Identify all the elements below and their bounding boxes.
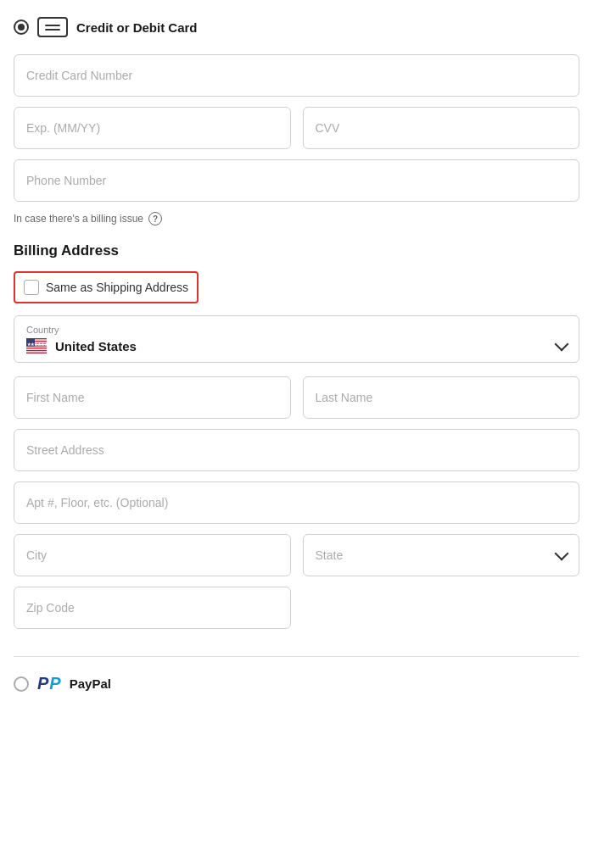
svg-rect-5 <box>26 348 47 349</box>
country-dropdown[interactable]: Country ★★★★★★ United States <box>14 315 579 363</box>
cvv-input[interactable] <box>303 107 580 149</box>
credit-card-icon <box>37 17 68 37</box>
country-chevron-icon <box>555 337 569 352</box>
exp-cvv-row <box>14 107 579 149</box>
phone-hint-text: In case there's a billing issue <box>14 213 143 225</box>
us-flag-icon: ★★★★★★ <box>26 338 47 353</box>
street-address-input[interactable] <box>14 429 579 471</box>
paypal-logo-p1: P <box>37 674 48 693</box>
same-as-shipping-label: Same as Shipping Address <box>46 281 188 294</box>
phone-hint: In case there's a billing issue ? <box>14 212 579 225</box>
city-input[interactable] <box>14 534 291 576</box>
svg-rect-6 <box>26 351 47 352</box>
country-selected-text: United States <box>55 339 137 353</box>
same-as-shipping-checkbox[interactable] <box>24 280 39 295</box>
state-dropdown[interactable]: State <box>303 534 580 576</box>
zip-code-input[interactable] <box>14 587 291 629</box>
state-placeholder-text: State <box>316 548 344 562</box>
credit-card-section-header: Credit or Debit Card <box>14 17 579 37</box>
billing-address-title: Billing Address <box>14 242 579 259</box>
help-icon[interactable]: ? <box>148 212 162 225</box>
credit-card-title: Credit or Debit Card <box>76 20 198 35</box>
card-line-1 <box>45 25 60 26</box>
apt-input[interactable] <box>14 481 579 524</box>
country-selected-row: ★★★★★★ United States <box>26 338 567 353</box>
paypal-logo: P P <box>37 674 61 693</box>
first-name-input[interactable] <box>14 376 291 419</box>
paypal-section[interactable]: P P PayPal <box>14 656 579 693</box>
country-label: Country <box>26 325 567 335</box>
card-icon-lines <box>45 25 60 31</box>
state-chevron-icon <box>555 547 569 561</box>
last-name-input[interactable] <box>303 376 580 419</box>
name-row <box>14 376 579 419</box>
same-as-shipping-wrapper[interactable]: Same as Shipping Address <box>14 271 199 303</box>
radio-selected-indicator <box>18 24 25 31</box>
credit-card-number-input[interactable] <box>14 54 579 97</box>
city-state-row: State <box>14 534 579 576</box>
country-left: ★★★★★★ United States <box>26 338 137 353</box>
expiry-input[interactable] <box>14 107 291 149</box>
paypal-logo-p2: P <box>49 674 60 693</box>
phone-input[interactable] <box>14 159 579 202</box>
paypal-title: PayPal <box>70 676 111 691</box>
credit-card-radio[interactable] <box>14 19 29 35</box>
card-line-2 <box>45 29 60 31</box>
paypal-radio[interactable] <box>14 676 29 692</box>
svg-text:★★★★★★: ★★★★★★ <box>27 342 47 347</box>
